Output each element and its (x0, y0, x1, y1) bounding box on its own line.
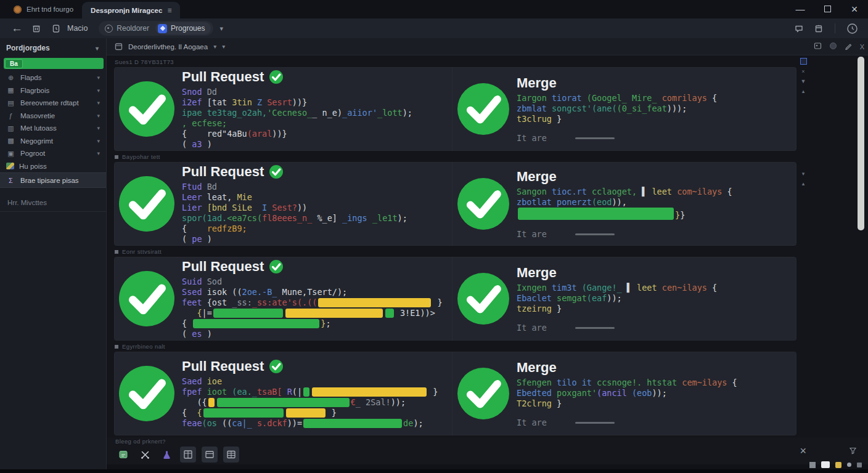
sidebar-item[interactable]: Hu poiss (0, 160, 106, 173)
chevron-down-icon[interactable]: ▾ (219, 25, 223, 33)
pull-request-title: Pull Request (182, 358, 264, 374)
indicator-square[interactable] (809, 462, 816, 468)
pen-icon[interactable] (845, 41, 853, 52)
archive-icon[interactable] (31, 23, 41, 33)
sidebar-item-label: Flapds (20, 74, 42, 81)
check-badge-icon (269, 260, 283, 273)
sidebar-item[interactable]: ▣Pogroot▾ (0, 147, 106, 160)
code-line: Saed ioe (182, 376, 438, 387)
code-line: , ecfese; (182, 118, 412, 129)
table-view-icon[interactable] (223, 447, 239, 463)
variable-x-icon[interactable]: X (860, 43, 864, 51)
merge-status: It are (517, 323, 717, 333)
vertical-scrollbar[interactable] (858, 57, 864, 434)
pull-request-panel: Pull RequestSuid SodSsed isok ((2oe.-B_ … (114, 257, 452, 341)
pull-request-panel: Pull RequestSnod Ddi2ef [tat 3tin Z Sesr… (114, 67, 452, 151)
review-panel[interactable]: Pull RequestSnod Ddi2ef [tat 3tin Z Sesr… (114, 67, 796, 151)
chevron-down-icon: ▾ (97, 87, 100, 94)
sidebar-item-label: Met lutoass (20, 124, 57, 132)
pull-request-panel: Pull RequestFtud BdLeer leat, MieLier [b… (114, 162, 452, 246)
sidebar-item-label: Brae tipisare pisas (20, 177, 79, 184)
sidebar-item[interactable]: ▩Negogrimt▾ (0, 135, 106, 148)
sidebar-header[interactable]: Pordjorgdes ▾ (0, 38, 106, 57)
sidebar-item[interactable]: ⊕Flapds▾ (0, 71, 106, 84)
indicator-square[interactable] (821, 461, 830, 468)
history-clock-icon[interactable] (51, 23, 61, 33)
code-line: ( a3 ) (182, 139, 412, 150)
sidebar-item[interactable]: ▥Met lutoass▾ (0, 122, 106, 135)
sidebar-item[interactable]: ΣBrae tipisare pisas (0, 172, 106, 188)
chevron-down-icon[interactable]: ▾ (213, 43, 216, 50)
browser-tab-inactive[interactable]: Ehrt tnd fourgo (5, 0, 82, 18)
review-panel[interactable]: Pull RequestFtud BdLeer leat, MieLier [b… (114, 162, 796, 246)
tools-icon[interactable] (137, 447, 153, 463)
image-icon[interactable] (814, 41, 822, 52)
review-panel[interactable]: Pull RequestSaed ioefpef ioot (ea._tsaB[… (114, 352, 796, 435)
progress-bar (193, 319, 319, 328)
panel-body: MergeSfengen tilo it ccsnoge!. htstat ce… (517, 360, 737, 427)
breadcrumb-bar: Deorderlivtheg. Il Aogaea ▾ ▾ X (107, 38, 868, 55)
success-check-icon (119, 81, 174, 137)
maximize-button[interactable] (814, 0, 841, 18)
code-line: Ftud Bd (182, 182, 407, 192)
close-panel-icon[interactable]: × (800, 445, 806, 458)
tab-menu-icon[interactable]: ≡ (167, 6, 171, 15)
sidebar-item[interactable]: ƒMasovretie▾ (0, 110, 106, 123)
success-check-icon (457, 273, 509, 325)
merge-status: It are (517, 418, 737, 427)
merge-title: Merge (517, 169, 557, 185)
indicator-square[interactable] (857, 463, 862, 467)
panel-body: MergeIargon tiorat (Googel_ Mire_ comril… (517, 75, 717, 143)
code-line: zbotlat ponerzt(eod)), (517, 197, 732, 208)
flask-icon[interactable] (158, 447, 174, 463)
split-view-icon[interactable] (180, 447, 196, 463)
chevron-down-icon[interactable]: ▾ (222, 43, 225, 50)
merge-panel: MergeIargon tiorat (Googel_ Mire_ comril… (452, 67, 796, 151)
comment-bubble-icon[interactable] (794, 23, 804, 33)
review-content: Sues1 D 78YB31T73Pull RequestSnod Ddi2ef… (107, 55, 868, 437)
code-line: Sfengen tilo it ccsnoge!. htstat cem~ila… (517, 378, 737, 388)
pr-merge-row: Eonr sttvsirattPull RequestSuid SodSsed … (114, 248, 796, 341)
code-block: Iargon tiorat (Googel_ Mire_ comrilays {… (517, 93, 717, 124)
filter-funnel-icon[interactable] (849, 446, 857, 457)
pull-request-title: Pull Request (182, 164, 264, 180)
close-button[interactable]: × (841, 0, 868, 18)
review-panel[interactable]: Pull RequestSuid SodSsed isok ((2oe.-B_ … (114, 257, 796, 341)
progress-bar (208, 398, 215, 407)
collapse-icon[interactable]: ▴ (802, 88, 805, 94)
indicator-square[interactable] (835, 462, 841, 468)
indicator-dot[interactable] (847, 463, 851, 467)
box-icon[interactable] (814, 23, 824, 33)
code-line: Ixngen tim3t (Gange!_ ▌ leet cen~ilays { (517, 283, 717, 293)
sidebar-footer-item[interactable]: Hrr. Mivcttes (0, 194, 106, 212)
progress-bar (385, 309, 394, 318)
window-view-icon[interactable] (202, 447, 218, 463)
section-header-text: Eonr sttvsiratt (122, 248, 162, 255)
breadcrumb[interactable]: Deorderlivtheg. Il Aogaea (128, 43, 208, 51)
check-badge-icon (269, 165, 283, 179)
filter-small-icon[interactable]: ▼ (801, 78, 806, 84)
reoldorer-option[interactable]: Reoldorer (105, 24, 155, 33)
expand-icon[interactable]: ▾ (802, 171, 805, 177)
collapse-icon[interactable]: ▴ (802, 180, 805, 187)
bullet-icon (115, 155, 118, 159)
browser-tab-active[interactable]: Desspronjn Miragcec ≡ (82, 2, 180, 18)
panel-toggle-icon[interactable] (800, 58, 807, 65)
moon-icon[interactable] (829, 41, 837, 52)
sidebar-item-selected[interactable]: Ba § (4, 58, 104, 69)
back-button[interactable]: ← (11, 22, 23, 35)
code-line: ( pe ) (182, 234, 407, 245)
chevron-down-icon: ▾ (97, 113, 100, 119)
progroues-option[interactable]: Progroues (155, 22, 211, 34)
sidebar-item[interactable]: ▦Flagrbois▾ (0, 84, 106, 97)
account-clock-icon[interactable] (846, 23, 858, 34)
close-small-icon[interactable]: × (801, 68, 805, 75)
sidebar-item[interactable]: ▤Bereovmete rdtapt▾ (0, 97, 106, 110)
code-line: ipae te3tag_o2ah,'Cecneso__ n_e)_aiior'_… (182, 108, 412, 118)
scrollbar-thumb[interactable] (858, 57, 864, 230)
merge-status-text: It are (517, 133, 547, 143)
module-green-icon[interactable] (115, 447, 131, 463)
section-header: Eonr sttvsiratt (115, 248, 796, 256)
minimize-button[interactable]: — (787, 0, 814, 18)
panel-title: Pull Request (182, 358, 438, 374)
